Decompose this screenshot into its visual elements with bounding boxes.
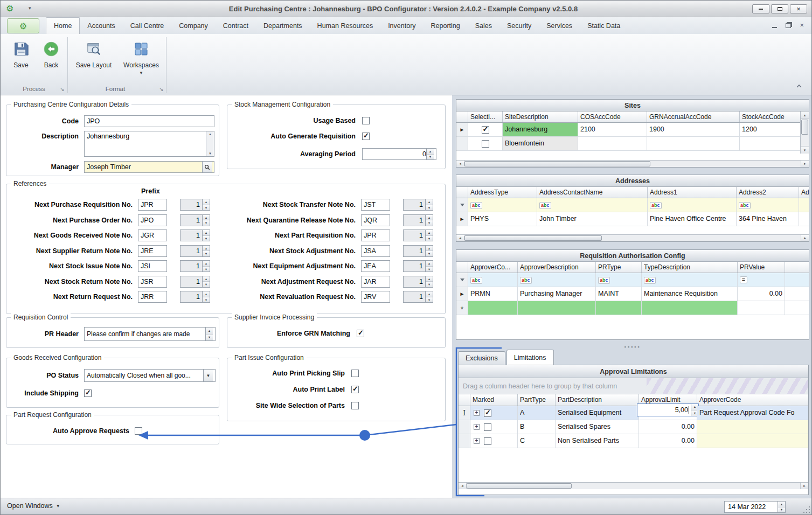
- scrollbar-thumb[interactable]: [801, 120, 808, 135]
- description-input[interactable]: Johannesburg ▲▼: [84, 131, 214, 157]
- filter-cell[interactable]: abc: [518, 273, 596, 287]
- mdi-minimize-icon[interactable]: [772, 27, 777, 28]
- prefix-input[interactable]: JEA: [361, 260, 390, 272]
- number-input[interactable]: 1▲▼: [403, 291, 433, 303]
- spinner[interactable]: ▲▼: [425, 261, 433, 272]
- down-arrow-icon[interactable]: ▼: [801, 146, 809, 154]
- date-picker[interactable]: 14 Mar 2022 ▲▼: [724, 501, 786, 513]
- filter-cell[interactable]: abc: [468, 198, 537, 212]
- column-header-approverdescription[interactable]: ApproverDescription: [518, 262, 596, 273]
- number-input[interactable]: 1▲▼: [180, 260, 210, 272]
- approver-code-cell[interactable]: PRMN: [468, 287, 518, 301]
- back-button[interactable]: Back: [36, 37, 66, 83]
- code-input[interactable]: JPO: [84, 115, 214, 127]
- table-row[interactable]: C Non Serialised Parts 0.00: [459, 434, 808, 448]
- number-input[interactable]: 1▲▼: [403, 199, 433, 211]
- tab-exclusions[interactable]: Exclusions: [458, 351, 505, 365]
- site-selected-cell[interactable]: [468, 123, 503, 136]
- number-input[interactable]: 1▲▼: [180, 245, 210, 257]
- filter-cell[interactable]: [799, 198, 809, 212]
- prefix-input[interactable]: JAR: [361, 276, 390, 288]
- filter-row[interactable]: abc abc abc abc =: [456, 273, 809, 287]
- sites-vertical-scrollbar[interactable]: ▲ ▼: [800, 112, 809, 154]
- close-button[interactable]: ×: [790, 4, 807, 13]
- cos-acc-cell[interactable]: [578, 137, 647, 150]
- filter-cell[interactable]: abc: [648, 198, 737, 212]
- site-wide-selection-checkbox[interactable]: [351, 402, 359, 409]
- part-desc-cell[interactable]: Non Serialised Parts: [556, 434, 639, 448]
- column-header-addresscontactname[interactable]: AddressContactName: [537, 187, 648, 198]
- expand-icon[interactable]: [474, 410, 480, 416]
- open-windows-button[interactable]: Open Windows ▼: [7, 502, 60, 510]
- column-header-prtype[interactable]: PRType: [596, 262, 642, 273]
- spinner[interactable]: ▲▼: [202, 215, 210, 226]
- number-input[interactable]: 1▲▼: [403, 276, 433, 288]
- quick-access-chevron-icon[interactable]: ▾: [29, 5, 31, 11]
- prefix-input[interactable]: JSI: [138, 260, 167, 272]
- prefix-input[interactable]: JPO: [138, 214, 167, 226]
- stock-acc-cell[interactable]: 1200: [740, 123, 800, 136]
- number-input[interactable]: 1▲▼: [403, 260, 433, 272]
- column-header-approvercode[interactable]: ApproverCode: [697, 394, 808, 406]
- site-description-cell[interactable]: Bloemfontein: [503, 137, 578, 150]
- minimize-button[interactable]: [752, 4, 769, 13]
- filter-cell[interactable]: abc: [537, 198, 648, 212]
- ribbon-tab-reporting[interactable]: Reporting: [424, 17, 468, 34]
- spinner[interactable]: ▲▼: [425, 230, 433, 241]
- number-input[interactable]: 1▲▼: [180, 229, 210, 241]
- marked-checkbox[interactable]: [484, 437, 491, 445]
- column-header-cosacccode[interactable]: COSAccCode: [578, 112, 647, 122]
- new-pr-type-cell[interactable]: [596, 301, 642, 315]
- table-row[interactable]: ► PHYS John Timber Pine Haven Office Cen…: [456, 212, 809, 226]
- column-header-selection[interactable]: Selecti...: [468, 112, 503, 122]
- po-status-dropdown[interactable]: Automatically Closed when all goo... ▼: [84, 369, 216, 382]
- ribbon-tab-company[interactable]: Company: [171, 17, 216, 34]
- new-approver-desc-cell[interactable]: [518, 301, 596, 315]
- pr-value-cell[interactable]: 0.00: [738, 287, 785, 301]
- prefix-input[interactable]: JST: [361, 199, 390, 211]
- address1-cell[interactable]: Pine Haven Office Centre: [648, 212, 737, 226]
- approver-desc-cell[interactable]: Purchasing Manager: [518, 287, 596, 301]
- spinner[interactable]: ▲▼: [202, 230, 210, 241]
- column-header-address3[interactable]: Ad: [799, 187, 809, 198]
- number-input[interactable]: 1▲▼: [180, 276, 210, 288]
- approver-code-cell[interactable]: [697, 420, 808, 434]
- application-button[interactable]: ⚙: [7, 18, 39, 33]
- grn-accrual-cell[interactable]: [647, 137, 740, 150]
- site-description-cell[interactable]: Johannesburg: [503, 123, 578, 136]
- number-input[interactable]: 1▲▼: [403, 245, 433, 257]
- prefix-input[interactable]: JRV: [361, 291, 390, 303]
- spinner[interactable]: ▲▼: [202, 261, 210, 272]
- spinner[interactable]: ▲▼: [202, 199, 210, 210]
- filter-cell[interactable]: abc: [596, 273, 642, 287]
- usage-based-checkbox[interactable]: [362, 117, 370, 124]
- column-header-grnaccrualacccode[interactable]: GRNAccrualAccCode: [647, 112, 740, 122]
- scrollbar-thumb[interactable]: [467, 483, 572, 489]
- mdi-close-icon[interactable]: ×: [800, 22, 804, 29]
- ribbon-tab-departments[interactable]: Departments: [256, 17, 310, 34]
- workspaces-button[interactable]: Workspaces ▼: [121, 37, 161, 83]
- approval-limit-cell[interactable]: 0.00: [639, 434, 697, 448]
- scrollbar-thumb[interactable]: [464, 161, 650, 166]
- maximize-button[interactable]: [771, 4, 788, 13]
- filter-row[interactable]: abc abc abc abc: [456, 198, 809, 212]
- spinner[interactable]: ▲▼: [425, 276, 433, 287]
- auto-print-label-checkbox[interactable]: [351, 386, 359, 393]
- table-row[interactable]: I A Serialised Equipment 5,00 ▲▼ Part Re…: [459, 406, 808, 420]
- filter-cell[interactable]: =: [738, 273, 785, 287]
- spinner[interactable]: ▲▼: [202, 291, 210, 302]
- new-approver-code-cell[interactable]: [468, 301, 518, 315]
- column-header-marked[interactable]: Marked: [470, 394, 518, 406]
- auto-approve-requests-checkbox[interactable]: [135, 427, 142, 435]
- manager-lookup-button[interactable]: [202, 162, 212, 172]
- right-arrow-icon[interactable]: ►: [801, 235, 809, 241]
- address-contact-cell[interactable]: John Timber: [537, 212, 648, 226]
- spinner[interactable]: ▲▼: [202, 276, 210, 287]
- ribbon-tab-call-centre[interactable]: Call Centre: [123, 17, 172, 34]
- number-input[interactable]: 1▲▼: [403, 214, 433, 226]
- new-pr-value-cell[interactable]: [738, 301, 785, 315]
- left-arrow-icon[interactable]: ◄: [456, 161, 464, 167]
- approver-code-cell[interactable]: Part Request Approval Code Fo: [697, 406, 808, 420]
- auto-generate-requisition-checkbox[interactable]: [362, 133, 370, 140]
- table-row[interactable]: B Serialised Spares 0.00: [459, 420, 808, 434]
